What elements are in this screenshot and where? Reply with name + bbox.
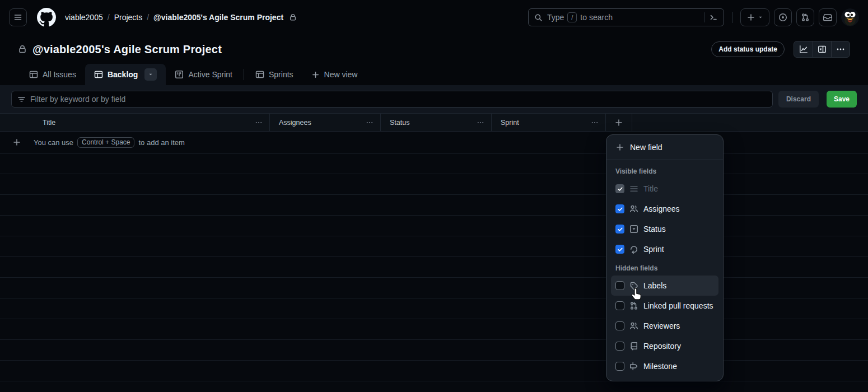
add-item-row[interactable]: You can use Control + Space to add an it… xyxy=(0,132,868,153)
milestone-icon xyxy=(629,362,638,371)
pull-requests-button[interactable] xyxy=(796,8,814,26)
visible-fields-label: Visible fields xyxy=(606,162,723,179)
breadcrumb-projects[interactable]: Projects xyxy=(114,13,143,22)
people-icon xyxy=(629,204,638,213)
table-row xyxy=(0,236,868,257)
add-status-update-button[interactable]: Add status update xyxy=(711,41,785,57)
save-button[interactable]: Save xyxy=(827,91,857,108)
add-field-button[interactable] xyxy=(606,114,632,131)
column-menu-button[interactable] xyxy=(365,118,375,128)
page-title: @viable2005's Agile Scrum Project xyxy=(32,43,222,56)
tab-sprints[interactable]: Sprints xyxy=(246,64,302,85)
plus-icon[interactable] xyxy=(0,138,34,147)
fields-dropdown-menu: New field Visible fields Title Assignees… xyxy=(606,134,724,381)
user-avatar[interactable] xyxy=(841,8,859,26)
search-icon xyxy=(534,13,543,22)
column-label: Status xyxy=(390,119,409,127)
project-menu-button[interactable] xyxy=(831,41,850,57)
git-pull-request-icon xyxy=(629,301,638,310)
breadcrumb-account[interactable]: viable2005 xyxy=(65,13,103,22)
filter-input[interactable] xyxy=(30,95,767,104)
view-options-button[interactable] xyxy=(144,68,157,81)
tab-all-issues[interactable]: All Issues xyxy=(20,64,85,85)
table-row xyxy=(0,381,868,392)
column-menu-button[interactable] xyxy=(475,118,486,128)
column-header-title[interactable]: Title xyxy=(34,114,270,131)
global-search-input[interactable]: Type / to search xyxy=(528,8,724,26)
hamburger-icon xyxy=(13,13,22,22)
tab-label: Active Sprint xyxy=(188,70,232,79)
column-header-status[interactable]: Status xyxy=(381,114,492,131)
hidden-fields-label: Hidden fields xyxy=(606,259,723,276)
column-menu-button[interactable] xyxy=(590,118,600,128)
github-logo-icon[interactable] xyxy=(37,8,56,27)
breadcrumb-separator: / xyxy=(147,13,149,22)
issue-opened-icon xyxy=(778,13,787,22)
table-icon xyxy=(255,70,264,79)
assignees-checkbox[interactable] xyxy=(615,204,624,213)
repo-icon xyxy=(629,342,638,351)
labels-checkbox[interactable] xyxy=(615,281,624,290)
milestone-checkbox[interactable] xyxy=(615,362,624,371)
sprint-checkbox[interactable] xyxy=(615,245,624,254)
menu-item-linked-pull-requests[interactable]: Linked pull requests xyxy=(611,296,718,316)
kebab-icon xyxy=(366,119,374,127)
column-label: Title xyxy=(43,119,55,127)
table-row xyxy=(0,216,868,236)
menu-item-assignees[interactable]: Assignees xyxy=(611,199,718,219)
search-divider xyxy=(704,12,704,22)
linked-pull-requests-checkbox[interactable] xyxy=(615,301,624,310)
new-view-button[interactable]: New view xyxy=(302,64,367,85)
sidebar-collapse-icon xyxy=(818,45,827,54)
tab-label: Backlog xyxy=(108,70,138,79)
issues-button[interactable] xyxy=(774,8,792,26)
table-row xyxy=(0,319,868,340)
table-row xyxy=(0,257,868,278)
menu-item-label: Labels xyxy=(643,281,666,290)
title-checkbox xyxy=(615,184,624,193)
menu-item-title[interactable]: Title xyxy=(611,179,718,199)
plus-icon xyxy=(615,143,624,152)
new-field-button[interactable]: New field xyxy=(606,137,723,157)
tab-backlog[interactable]: Backlog xyxy=(85,64,166,85)
project-lock-icon xyxy=(18,45,27,54)
menu-item-label: Title xyxy=(643,184,658,193)
reviewers-checkbox[interactable] xyxy=(615,321,624,330)
table-icon xyxy=(29,70,38,79)
tab-label: All Issues xyxy=(43,70,76,79)
insights-button[interactable] xyxy=(794,41,813,57)
create-new-button[interactable] xyxy=(740,8,769,26)
kebab-icon xyxy=(255,119,263,127)
menu-item-sprint[interactable]: Sprint xyxy=(611,239,718,259)
column-header-assignees[interactable]: Assignees xyxy=(270,114,381,131)
status-checkbox[interactable] xyxy=(615,225,624,234)
repository-checkbox[interactable] xyxy=(615,342,624,351)
kebab-icon xyxy=(836,45,845,54)
menu-item-labels[interactable]: Labels xyxy=(611,276,718,296)
kebab-icon xyxy=(477,119,484,127)
menu-item-status[interactable]: Status xyxy=(611,219,718,239)
filter-icon xyxy=(17,95,26,104)
git-pull-request-icon xyxy=(801,13,810,22)
row-gutter-header xyxy=(0,114,34,131)
tab-divider xyxy=(244,69,244,80)
table-body: You can use Control + Space to add an it… xyxy=(0,132,868,392)
discard-button[interactable]: Discard xyxy=(778,91,819,108)
menu-item-repository[interactable]: Repository xyxy=(611,336,718,356)
menu-item-milestone[interactable]: Milestone xyxy=(611,356,718,376)
menu-item-label: Status xyxy=(643,225,666,234)
inbox-button[interactable] xyxy=(819,8,837,26)
breadcrumb-project-name[interactable]: @viable2005's Agile Scrum Project xyxy=(153,13,283,22)
global-nav-button[interactable] xyxy=(9,8,27,26)
lock-icon xyxy=(289,13,297,21)
column-header-sprint[interactable]: Sprint xyxy=(492,114,606,131)
cursor-pointer-icon xyxy=(629,287,642,300)
kebab-icon xyxy=(591,119,599,127)
menu-item-reviewers[interactable]: Reviewers xyxy=(611,316,718,336)
command-palette-icon[interactable] xyxy=(709,13,718,22)
side-panel-button[interactable] xyxy=(813,41,831,57)
topbar-actions: Type / to search xyxy=(528,8,859,26)
column-menu-button[interactable] xyxy=(254,118,264,128)
menu-item-label: Linked pull requests xyxy=(643,301,713,310)
tab-active-sprint[interactable]: Active Sprint xyxy=(166,64,241,85)
